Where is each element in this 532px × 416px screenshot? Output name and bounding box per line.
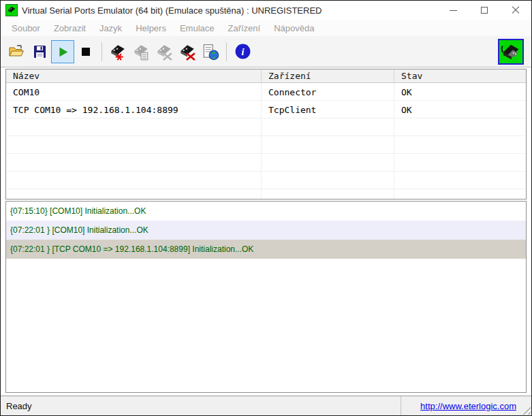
menu-bar: Soubor Zobrazit Jazyk Helpers Emulace Za…: [1, 20, 531, 36]
device-table-header: Název Zařízení Stav: [6, 69, 526, 83]
log-panel: {07:15:10} [COM10] Initialization...OK {…: [5, 201, 527, 393]
close-button[interactable]: [500, 1, 531, 20]
minimize-button[interactable]: [437, 1, 469, 20]
log-entry[interactable]: {07:22:01 } [COM10] Initialization...OK: [6, 221, 526, 240]
device-delete-all-icon: [178, 43, 196, 61]
menu-jazyk[interactable]: Jazyk: [93, 21, 129, 35]
save-button[interactable]: [28, 40, 51, 63]
table-row-empty: [6, 172, 526, 189]
device-properties-button[interactable]: [129, 40, 153, 63]
table-row[interactable]: TCP COM10 => 192.168.1.104:8899 TcpClien…: [6, 101, 526, 118]
status-bar: Ready http://www.eterlogic.com: [1, 396, 531, 415]
eterlogic-link[interactable]: http://www.eterlogic.com: [420, 401, 516, 411]
device-table: Název Zařízení Stav COM10 Connector OK T…: [5, 69, 527, 199]
menu-soubor[interactable]: Soubor: [5, 21, 47, 35]
toolbar-separator: [101, 42, 102, 61]
app-window: Virtual Serial Ports Emulator (64 bit) (…: [0, 0, 532, 416]
cell-stav: OK: [394, 83, 526, 100]
column-header-zarizeni[interactable]: Zařízení: [262, 69, 394, 82]
menu-zobrazit[interactable]: Zobrazit: [47, 21, 93, 35]
title-bar: Virtual Serial Ports Emulator (64 bit) (…: [1, 1, 531, 20]
play-icon: [55, 44, 70, 59]
about-button[interactable]: i: [231, 40, 254, 63]
menu-emulace[interactable]: Emulace: [173, 21, 221, 35]
status-link-panel: http://www.eterlogic.com: [401, 396, 531, 415]
open-button[interactable]: [5, 40, 28, 63]
table-row-empty: [6, 154, 526, 172]
log-entry[interactable]: {07:15:10} [COM10] Initialization...OK: [6, 202, 526, 221]
toolbar-separator: [226, 42, 227, 61]
cell-stav: OK: [394, 101, 526, 118]
delete-all-devices-button[interactable]: [176, 40, 199, 63]
menu-zarizeni[interactable]: Zařízení: [221, 21, 268, 35]
app-icon: [5, 4, 18, 16]
cell-nazev: TCP COM10 => 192.168.1.104:8899: [6, 101, 262, 118]
cell-nazev: COM10: [6, 83, 262, 100]
close-icon: [512, 6, 520, 14]
create-device-button[interactable]: [106, 40, 129, 63]
svg-text:i: i: [241, 46, 245, 57]
log-entry-selected[interactable]: {07:22:01 } [TCP COM10 => 192.168.1.104:…: [6, 240, 526, 259]
status-text: Ready: [1, 401, 32, 411]
info-icon: i: [234, 43, 251, 60]
table-row-empty: [6, 118, 526, 136]
open-folder-icon: [8, 44, 25, 60]
device-properties-icon: [132, 43, 150, 61]
device-delete-icon: [155, 43, 173, 61]
minimize-icon: [450, 10, 457, 11]
main-content: Název Zařízení Stav COM10 Connector OK T…: [1, 67, 531, 396]
maximize-button[interactable]: [469, 1, 500, 20]
cell-zarizeni: Connector: [262, 83, 394, 100]
terminal-globe-icon: [202, 43, 219, 61]
cell-zarizeni: TcpClient: [262, 101, 394, 118]
stop-emulation-button[interactable]: [74, 40, 97, 63]
app-logo: [498, 39, 524, 65]
column-header-nazev[interactable]: Název: [6, 69, 262, 82]
serial-connector-icon: [7, 5, 16, 15]
window-controls: [437, 1, 531, 20]
table-row-empty: [6, 189, 526, 199]
menu-napoveda[interactable]: Nápověda: [267, 21, 321, 35]
save-floppy-icon: [31, 44, 48, 60]
start-emulation-button[interactable]: [51, 40, 74, 63]
maximize-icon: [481, 7, 488, 14]
table-row-empty: [6, 136, 526, 154]
device-new-icon: [109, 43, 127, 61]
window-title: Virtual Serial Ports Emulator (64 bit) (…: [22, 5, 322, 16]
toolbar: i: [1, 36, 531, 67]
column-header-stav[interactable]: Stav: [394, 69, 526, 82]
terminal-button[interactable]: [199, 40, 222, 63]
serial-connector-logo-icon: [500, 41, 522, 63]
menu-helpers[interactable]: Helpers: [129, 21, 173, 35]
delete-device-button[interactable]: [153, 40, 176, 63]
stop-icon: [82, 48, 90, 56]
table-row[interactable]: COM10 Connector OK: [6, 83, 526, 101]
